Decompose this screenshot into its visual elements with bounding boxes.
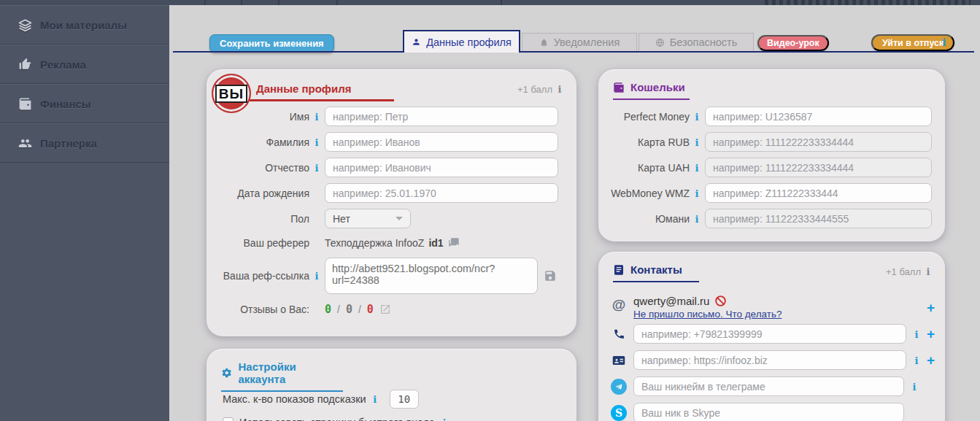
- field-label: WebMoney WMZ: [598, 188, 693, 199]
- sidebar: Мои материалы Реклама Финансы Партнерка: [0, 5, 169, 421]
- gender-select[interactable]: Нет: [325, 209, 411, 228]
- hint-count-input[interactable]: [390, 390, 419, 409]
- thumbs-up-icon: [18, 58, 32, 72]
- quick-login-row: Использовать страницу быстрого входа i: [223, 417, 448, 421]
- users-icon: [18, 136, 32, 150]
- quick-login-checkbox[interactable]: [223, 417, 234, 421]
- add-email-button[interactable]: +: [927, 301, 935, 320]
- form-row-webmoney: WebMoney WMZ i: [598, 183, 945, 203]
- card-rub-input[interactable]: [705, 132, 932, 152]
- info-icon[interactable]: i: [441, 418, 448, 421]
- form-row-last-name: Фамилия i: [207, 132, 576, 152]
- card-title: Настройки аккаунта: [239, 360, 344, 385]
- at-icon: @: [610, 297, 628, 320]
- card-header: Настройки аккаунта: [221, 360, 343, 392]
- strip-divider: [336, 0, 338, 5]
- globe-icon: [655, 38, 665, 47]
- chevron-down-icon: [396, 217, 403, 220]
- field-label: Карта RUB: [598, 136, 693, 148]
- form-row-birth-date: Дата рождения: [207, 183, 576, 203]
- skype-input[interactable]: [633, 403, 904, 421]
- middle-name-input[interactable]: [325, 158, 558, 177]
- id-card-icon: [612, 354, 625, 367]
- card-header: Кошельки: [613, 81, 690, 100]
- video-lesson-button[interactable]: Видео-урок: [757, 35, 829, 51]
- points-badge: +1 балл i: [886, 266, 932, 277]
- phone-icon: [613, 328, 625, 340]
- info-icon[interactable]: i: [913, 356, 920, 366]
- info-icon[interactable]: i: [693, 138, 701, 147]
- form-row-middle-name: Отчество i: [207, 158, 576, 177]
- birth-date-input[interactable]: [325, 183, 558, 203]
- skype-row: S: [610, 403, 935, 421]
- ban-icon: [714, 295, 727, 307]
- info-icon[interactable]: i: [313, 138, 320, 147]
- ref-link-textarea[interactable]: http://abett9521.blogspot.com/ncr?url=24…: [325, 258, 538, 294]
- reviews-neutral: 0: [346, 303, 352, 316]
- form-row-card-uah: Карта UAH i: [598, 158, 945, 177]
- tab-label: Данные профиля: [426, 36, 512, 48]
- last-name-input[interactable]: [325, 132, 558, 152]
- sidebar-item-my-materials[interactable]: Мои материалы: [0, 5, 169, 45]
- points-info-icon[interactable]: i: [925, 267, 932, 277]
- info-icon[interactable]: i: [693, 189, 701, 198]
- info-icon[interactable]: i: [693, 112, 701, 122]
- form-row-referrer: Ваш реферер Техподдержка InfooZ id1: [207, 234, 576, 252]
- website-input[interactable]: [633, 350, 906, 370]
- account-settings-card: Настройки аккаунта Макс. к-во показов по…: [207, 349, 576, 421]
- profile-data-card: ВЫ Данные профиля +1 балл i Имя i Фамили…: [207, 69, 576, 336]
- field-label: Макс. к-во показов подсказки: [223, 393, 366, 405]
- info-icon[interactable]: i: [911, 382, 918, 392]
- email-help-link[interactable]: Не пришло письмо. Что делать?: [633, 309, 782, 320]
- info-icon[interactable]: i: [313, 112, 320, 122]
- info-icon[interactable]: i: [313, 271, 320, 281]
- layers-icon: [18, 18, 32, 32]
- sidebar-item-label: Партнерка: [40, 137, 97, 150]
- add-website-button[interactable]: +: [927, 353, 935, 367]
- yoomoney-input[interactable]: [705, 209, 932, 228]
- save-ref-link-button[interactable]: [544, 269, 557, 282]
- sidebar-item-partnership[interactable]: Партнерка: [0, 123, 169, 163]
- sidebar-item-advertising[interactable]: Реклама: [0, 45, 169, 84]
- tab-notifications[interactable]: Уведомления: [522, 33, 637, 51]
- wallet-icon: [18, 97, 32, 111]
- form-row-reviews: Отзывы о Вас: 0 / 0 / 0: [207, 301, 576, 317]
- save-changes-button[interactable]: Сохранить изменения: [209, 34, 334, 53]
- field-label: Отчество: [207, 162, 313, 174]
- points-info-icon[interactable]: i: [556, 85, 563, 94]
- vacation-info-icon[interactable]: i: [941, 37, 948, 47]
- strip-divider: [241, 0, 242, 5]
- info-icon[interactable]: i: [371, 395, 379, 404]
- form-row-first-name: Имя i: [207, 107, 576, 126]
- info-icon[interactable]: i: [693, 163, 701, 173]
- website-row: i +: [610, 350, 935, 370]
- chat-messages-icon[interactable]: [448, 237, 460, 249]
- field-label: Имя: [207, 111, 313, 123]
- info-icon[interactable]: i: [693, 215, 701, 224]
- add-phone-button[interactable]: +: [927, 327, 935, 341]
- tab-security[interactable]: Безопасность: [638, 33, 754, 51]
- form-row-card-rub: Карта RUB i: [598, 132, 945, 152]
- first-name-input[interactable]: [325, 107, 558, 126]
- form-row-ref-link: Ваша реф-ссылка i http://abett9521.blogs…: [207, 258, 576, 294]
- main-content: Сохранить изменения Данные профиля Уведо…: [169, 5, 980, 421]
- card-uah-input[interactable]: [705, 158, 932, 177]
- address-book-icon: [613, 264, 625, 276]
- webmoney-input[interactable]: [705, 183, 932, 203]
- tab-label: Уведомления: [554, 36, 620, 48]
- info-icon[interactable]: i: [913, 330, 920, 339]
- external-link-icon[interactable]: [379, 304, 391, 315]
- phone-input[interactable]: [633, 324, 906, 344]
- bell-icon: [539, 38, 549, 47]
- separator: /: [358, 304, 361, 315]
- card-title: Кошельки: [630, 81, 685, 93]
- tab-profile-data[interactable]: Данные профиля: [403, 30, 520, 53]
- info-icon[interactable]: i: [313, 163, 320, 173]
- referrer-value: Техподдержка InfooZ id1: [325, 237, 460, 249]
- tab-label: Безопасность: [670, 36, 738, 48]
- perfect-money-input[interactable]: [705, 107, 932, 126]
- sidebar-item-finances[interactable]: Финансы: [0, 84, 169, 123]
- tab-bar-underline: [173, 51, 974, 53]
- telegram-input[interactable]: [633, 376, 904, 396]
- referrer-name: Техподдержка InfooZ: [325, 237, 424, 249]
